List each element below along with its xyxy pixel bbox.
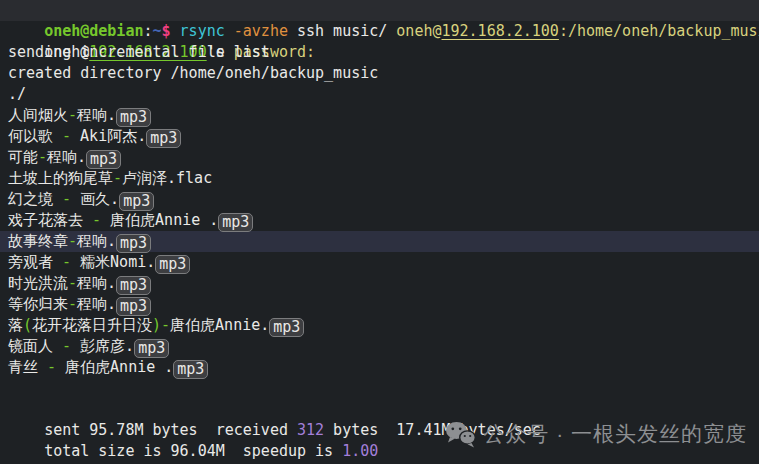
file-name-segment: . [110, 190, 119, 208]
file-name-segment: Aki阿杰 [71, 127, 137, 145]
file-name-segment: 程响 [77, 106, 107, 124]
file-list-item: 镜面人 - 彭席彦.mp3 [0, 336, 759, 357]
file-list-item: 人间烟火-程响.mp3 [0, 105, 759, 126]
file-name-segment: 幻之境 [8, 190, 62, 208]
command-args: ssh music/ [288, 22, 396, 40]
terminal-window[interactable]: oneh@debian:~$ rsync -avzhe ssh music/ o… [0, 0, 759, 464]
file-ext-badge: mp3 [218, 213, 253, 232]
file-name-segment: . [260, 316, 269, 334]
file-list-item: 落(花开花落日升日没)-唐伯虎Annie.mp3 [0, 315, 759, 336]
output-line-sending: sending incremental file list [0, 42, 759, 63]
file-list-item: 戏子花落去 - 唐伯虎Annie .mp3 [0, 210, 759, 231]
file-name-segment: 程响 [47, 148, 77, 166]
watermark-text: 公众号 · 一根头发丝的宽度 [483, 420, 747, 448]
file-name-segment: - [92, 211, 101, 229]
command-dest-ip: 192.168.2.100 [442, 22, 559, 40]
file-name-segment: 可能 [8, 148, 38, 166]
watermark: 公众号 · 一根头发丝的宽度 [445, 419, 747, 449]
file-name-segment: . [164, 358, 173, 376]
command-dest-path: :/home/oneh/backup_music [559, 22, 759, 40]
prompt-path: ~ [153, 22, 162, 40]
file-name-segment: 程响 [77, 232, 107, 250]
file-name-segment: 青丝 [8, 358, 47, 376]
file-name-segment: 土坡上的狗尾草 [8, 169, 113, 187]
file-name-segment: - [62, 337, 71, 355]
file-name-segment: 等你归来 [8, 295, 68, 313]
file-name-segment: 何以歌 [8, 127, 62, 145]
prompt-symbol: $ [162, 22, 171, 40]
file-name-segment: 人间烟火 [8, 106, 68, 124]
file-list-item: 等你归来-程响.mp3 [0, 294, 759, 315]
file-name-segment: . [107, 295, 116, 313]
file-name-segment: 唐伯虎Annie [170, 316, 260, 334]
file-name-segment: - [62, 127, 71, 145]
file-name-segment: 戏子花落去 [8, 211, 92, 229]
file-name-segment: . [107, 274, 116, 292]
file-ext-badge: mp3 [116, 297, 151, 316]
file-name-segment: 糯米Nomi [71, 253, 146, 271]
file-name-segment: 唐伯虎Annie [101, 211, 209, 229]
file-ext-badge: mp3 [116, 276, 151, 295]
file-name-segment: . [146, 253, 155, 271]
summary-total-pre: total size is 96.04M speedup is [44, 442, 342, 460]
file-ext-badge: mp3 [146, 129, 181, 148]
file-name-segment: 画久 [71, 190, 110, 208]
summary-sent-pre: sent 95.78M bytes received [44, 421, 297, 439]
file-name-segment: 花开花落日升日没 [32, 316, 152, 334]
prompt-user-host: oneh@debian [44, 22, 143, 40]
command-line: oneh@debian:~$ rsync -avzhe ssh music/ o… [0, 0, 759, 21]
file-name-segment: - [113, 169, 122, 187]
file-name-segment: . [107, 106, 116, 124]
file-name-segment: 程响 [77, 274, 107, 292]
file-name-segment: 时光洪流 [8, 274, 68, 292]
file-list-item: 青丝 - 唐伯虎Annie .mp3 [0, 357, 759, 378]
file-name-segment: . [125, 337, 134, 355]
file-name-segment: 镜面人 [8, 337, 62, 355]
file-name-segment: - [68, 274, 77, 292]
file-ext-badge: mp3 [116, 108, 151, 127]
file-name-segment: - [38, 148, 47, 166]
file-name-segment: 故事终章 [8, 232, 68, 250]
file-name-segment: - [62, 190, 71, 208]
file-name-segment: - [47, 358, 56, 376]
blank-line [0, 378, 759, 399]
file-name-segment: . [209, 211, 218, 229]
file-list-item: 幻之境 - 画久.mp3 [0, 189, 759, 210]
file-name-segment: . [77, 148, 86, 166]
file-name-segment: 唐伯虎Annie [56, 358, 164, 376]
file-name-segment: 彭席彦 [71, 337, 125, 355]
file-list-item: 何以歌 - Aki阿杰.mp3 [0, 126, 759, 147]
file-ext-badge: mp3 [119, 192, 154, 211]
prompt-colon: : [143, 22, 152, 40]
summary-line-sent: sent 95.78M bytes received 312 bytes 17.… [0, 399, 759, 420]
file-name-segment: .flac [167, 169, 212, 187]
file-name-segment: - [62, 253, 71, 271]
file-name-segment: . [107, 232, 116, 250]
file-list: 人间烟火-程响.mp3何以歌 - Aki阿杰.mp3可能-程响.mp3土坡上的狗… [0, 105, 759, 378]
file-name-segment: - [68, 106, 77, 124]
file-ext-badge: mp3 [269, 318, 304, 337]
file-name-segment: ( [23, 316, 32, 334]
file-name-segment: . [137, 127, 146, 145]
file-name-segment: 卢润泽 [122, 169, 167, 187]
output-line-dot: ./ [0, 84, 759, 105]
file-name-segment: )- [152, 316, 170, 334]
wechat-icon [445, 421, 476, 448]
file-list-item: 时光洪流-程响.mp3 [0, 273, 759, 294]
file-list-item: 故事终章-程响.mp3 [0, 231, 759, 252]
file-ext-badge: mp3 [86, 150, 121, 169]
command-name: rsync [171, 22, 225, 40]
file-ext-badge: mp3 [173, 360, 208, 379]
file-ext-badge: mp3 [155, 255, 190, 274]
command-dest-user: oneh@ [396, 22, 441, 40]
summary-speedup-value: 1.00 [342, 442, 378, 460]
file-name-segment: 旁观者 [8, 253, 62, 271]
file-name-segment: 程响 [77, 295, 107, 313]
output-line-created: created directory /home/oneh/backup_musi… [0, 63, 759, 84]
file-name-segment: - [68, 232, 77, 250]
file-list-item: 旁观者 - 糯米Nomi.mp3 [0, 252, 759, 273]
file-ext-badge: mp3 [116, 234, 151, 253]
file-ext-badge: mp3 [134, 339, 169, 358]
file-list-item: 土坡上的狗尾草-卢润泽.flac [0, 168, 759, 189]
file-name-segment: 落 [8, 316, 23, 334]
